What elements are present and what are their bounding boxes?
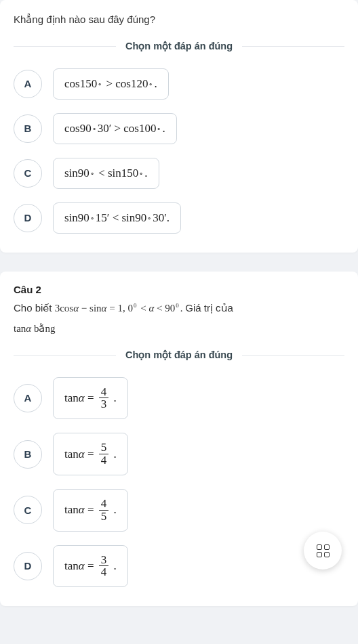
divider-label: Chọn một đáp án đúng [116,349,242,360]
question-number: Câu 2 [14,284,344,295]
option-content: sin90∘ 15′ < sin90∘ 30′ . [53,202,181,234]
option-letter: B [14,114,42,143]
option-content: cos90∘ 30′ > cos100∘ . [53,113,177,144]
option-letter: A [14,70,42,98]
option-b[interactable]: B cos90∘ 30′ > cos100∘ . [14,113,344,144]
option-c[interactable]: C sin90∘ < sin150∘ . [14,158,344,189]
option-content: tanα = 4 5 . [53,489,128,532]
fraction: 3 4 [99,554,109,579]
option-letter: C [14,496,42,524]
option-a[interactable]: A tanα = 4 3 . [14,377,344,420]
question-card-1: Khẳng định nào sau đây đúng? Chọn một đá… [0,0,358,253]
divider-label: Chọn một đáp án đúng [116,41,242,51]
option-letter: C [14,159,42,188]
option-content: tanα = 5 4 . [53,433,128,475]
divider: Chọn một đáp án đúng [14,349,344,361]
option-content: tanα = 4 3 . [53,377,128,420]
option-content: sin90∘ < sin150∘ . [53,158,159,189]
fraction: 4 3 [99,386,109,411]
option-content: tanα = 3 4 . [53,545,128,588]
fraction: 5 4 [99,442,109,467]
grid-menu-button[interactable] [304,532,342,570]
question-text-line2: tanα bằng [14,321,344,337]
option-a[interactable]: A cos150∘ > cos120∘ . [14,68,344,100]
grid-icon [317,544,330,557]
option-letter: D [14,552,42,580]
option-b[interactable]: B tanα = 5 4 . [14,433,344,475]
fraction: 4 5 [99,498,109,523]
option-c[interactable]: C tanα = 4 5 . [14,489,344,532]
option-letter: A [14,384,42,412]
option-d[interactable]: D tanα = 3 4 . [14,545,344,588]
option-d[interactable]: D sin90∘ 15′ < sin90∘ 30′ . [14,202,344,234]
option-letter: D [14,204,42,232]
question-text: Cho biết 3cosα − sinα = 1, 00 < α < 900.… [14,301,344,316]
option-letter: B [14,440,42,469]
question-text: Khẳng định nào sau đây đúng? [14,12,344,28]
divider: Chọn một đáp án đúng [14,40,344,52]
option-content: cos150∘ > cos120∘ . [53,68,169,100]
